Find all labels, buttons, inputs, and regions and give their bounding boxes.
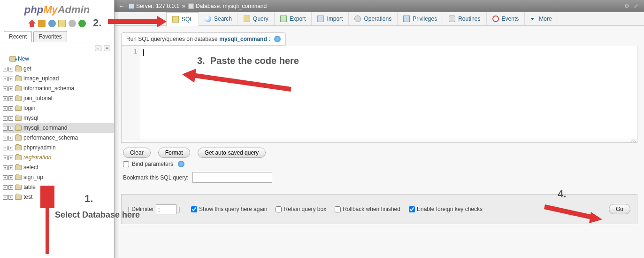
expand-icon[interactable]: + xyxy=(3,175,8,180)
tree-item-mysql[interactable]: ++mysql xyxy=(3,113,114,123)
back-icon[interactable]: ← xyxy=(118,2,125,10)
tree-new[interactable]: New xyxy=(3,54,114,64)
breadcrumb-bar: ← Server: 127.0.0.1 » Database: mysqli_c… xyxy=(115,0,644,12)
fk-label: Enable foreign key checks xyxy=(417,206,483,212)
autosaved-button[interactable]: Get auto-saved query xyxy=(198,148,266,158)
tab-routines[interactable]: Routines xyxy=(443,12,486,25)
retain-option[interactable]: Retain query box xyxy=(276,206,326,212)
bookmark-input[interactable] xyxy=(192,172,272,183)
collapse-all-icon[interactable]: − xyxy=(95,46,101,51)
tree-item-test[interactable]: ++test xyxy=(3,192,114,202)
home-icon[interactable] xyxy=(28,20,36,27)
expand-icon[interactable]: + xyxy=(3,67,8,71)
expand-icon[interactable]: + xyxy=(3,185,8,190)
tree-item-table[interactable]: ++table xyxy=(3,182,114,192)
reload-icon[interactable] xyxy=(78,20,86,27)
expand-icon[interactable]: + xyxy=(3,165,8,170)
tree-item-performance_schema[interactable]: ++performance_schema xyxy=(3,133,114,143)
rollback-checkbox[interactable] xyxy=(335,206,341,212)
expand2-icon[interactable]: + xyxy=(8,165,13,170)
expand2-icon[interactable]: + xyxy=(8,185,13,190)
tree-new-label: New xyxy=(18,55,29,63)
docs-icon[interactable] xyxy=(48,20,56,27)
rollback-option[interactable]: Rollback when finished xyxy=(335,206,400,212)
expand-icon[interactable]: + xyxy=(3,126,8,131)
tab-recent[interactable]: Recent xyxy=(4,31,32,42)
tree-item-label: mysqli_command xyxy=(23,124,67,133)
tree-item-get[interactable]: ++get xyxy=(3,64,114,74)
expand2-icon[interactable]: + xyxy=(8,195,13,200)
expand-icon[interactable]: + xyxy=(3,195,8,200)
expand-icon[interactable]: ⤢ xyxy=(634,3,640,9)
tree-item-select[interactable]: ++select xyxy=(3,163,114,172)
tab-query[interactable]: Query xyxy=(238,12,275,25)
logout-icon[interactable] xyxy=(38,20,46,27)
bind-parameters-checkbox[interactable] xyxy=(123,161,129,167)
fk-checkbox[interactable] xyxy=(409,206,415,212)
expand-icon[interactable]: + xyxy=(3,146,8,150)
expand-icon[interactable]: + xyxy=(3,116,8,121)
editor-resize-handle[interactable] xyxy=(122,140,637,142)
breadcrumb-database[interactable]: Database: mysqli_command xyxy=(188,3,267,9)
go-button[interactable]: Go xyxy=(609,204,630,214)
delimiter-input[interactable] xyxy=(156,204,176,214)
expand2-icon[interactable]: + xyxy=(8,175,13,180)
link-icon[interactable]: ∞ xyxy=(104,46,110,51)
code-area[interactable] xyxy=(140,46,637,140)
tree-item-phpmyadmin[interactable]: ++phpmyadmin xyxy=(3,143,114,153)
expand2-icon[interactable]: + xyxy=(8,126,13,131)
routines-tab-icon xyxy=(449,16,455,22)
sql-editor[interactable]: 1 xyxy=(122,46,637,140)
breadcrumb-server[interactable]: Server: 127.0.0.1 xyxy=(129,3,179,9)
show-again-option[interactable]: Show this query here again xyxy=(191,206,267,212)
expand2-icon[interactable]: + xyxy=(8,106,13,111)
expand2-icon[interactable]: + xyxy=(8,67,13,71)
expand-icon[interactable]: + xyxy=(3,96,8,101)
expand-icon[interactable]: + xyxy=(3,136,8,141)
expand2-icon[interactable]: + xyxy=(8,146,13,150)
tab-favorites[interactable]: Favorites xyxy=(33,31,67,42)
tab-sql[interactable]: SQL xyxy=(166,12,199,26)
tree-item-sign_up[interactable]: ++sign_up xyxy=(3,172,114,182)
expand2-icon[interactable]: + xyxy=(8,156,13,160)
expand-icon[interactable]: + xyxy=(3,86,8,91)
tab-events[interactable]: Events xyxy=(487,12,525,25)
tab-privileges[interactable]: Privileges xyxy=(398,12,443,25)
clear-button[interactable]: Clear xyxy=(123,148,151,158)
expand-icon[interactable]: + xyxy=(3,156,8,160)
retain-label: Retain query box xyxy=(284,206,326,212)
expand2-icon[interactable]: + xyxy=(8,77,13,81)
tree-item-registration[interactable]: ++registration xyxy=(3,153,114,163)
line-number: 1 xyxy=(134,48,137,55)
sql-icon[interactable] xyxy=(58,20,66,27)
expand2-icon[interactable]: + xyxy=(8,116,13,121)
tree-item-mysqli_command[interactable]: ++mysqli_command xyxy=(3,123,114,133)
show-again-checkbox[interactable] xyxy=(191,206,197,212)
expand2-icon[interactable]: + xyxy=(8,136,13,141)
retain-checkbox[interactable] xyxy=(276,206,282,212)
gear-icon[interactable]: ⚙ xyxy=(624,3,631,9)
tree-item-join_tutorial[interactable]: ++join_tutorial xyxy=(3,94,114,103)
tab-search[interactable]: Search xyxy=(199,12,238,25)
tree-item-information_schema[interactable]: ++information_schema xyxy=(3,84,114,94)
tab-export[interactable]: Export xyxy=(275,12,312,25)
tree-item-label: information_schema xyxy=(23,84,74,93)
expand-icon[interactable]: + xyxy=(3,77,8,81)
tree-item-image_upload[interactable]: ++image_upload xyxy=(3,74,114,84)
expand2-icon[interactable]: + xyxy=(8,86,13,91)
tree-item-login[interactable]: ++login xyxy=(3,103,114,113)
tab-more[interactable]: More xyxy=(525,12,558,25)
expand-icon[interactable]: + xyxy=(3,106,8,111)
db-icon xyxy=(15,185,22,190)
bind-help-icon[interactable] xyxy=(178,161,184,167)
logo[interactable]: phpMyAdmin xyxy=(0,0,114,18)
server-name: 127.0.0.1 xyxy=(156,3,179,9)
panel-db-name[interactable]: mysqli_command xyxy=(219,36,267,42)
tab-import[interactable]: Import xyxy=(312,12,349,25)
tab-operations[interactable]: Operations xyxy=(349,12,398,25)
expand2-icon[interactable]: + xyxy=(8,96,13,101)
settings-icon[interactable] xyxy=(69,20,76,27)
fk-option[interactable]: Enable foreign key checks xyxy=(409,206,483,212)
format-button[interactable]: Format xyxy=(158,148,190,158)
help-icon[interactable] xyxy=(274,36,281,42)
